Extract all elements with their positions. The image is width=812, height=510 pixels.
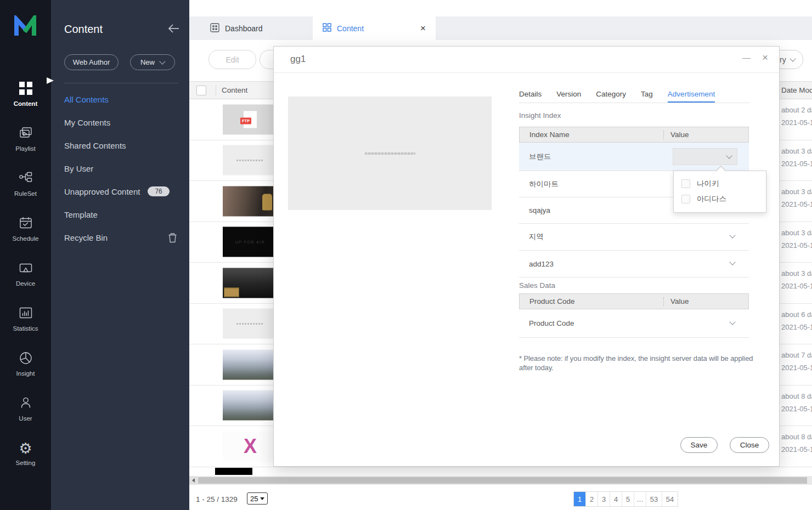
value-select[interactable] xyxy=(673,148,737,165)
rail-item-device[interactable]: Device xyxy=(0,251,51,296)
rail-item-insight[interactable]: Insight xyxy=(0,341,51,386)
index-name-column: Index Name xyxy=(520,131,663,139)
close-button[interactable]: Close xyxy=(730,437,769,453)
rail-item-setting[interactable]: ⚙ Setting xyxy=(0,431,51,476)
preview-text-smudge xyxy=(365,152,415,155)
rail-items: Content Playlist RuleSet xyxy=(0,71,51,476)
sidebar-item-by-user[interactable]: By User xyxy=(64,157,189,180)
modified-date: 2021-05-17 xyxy=(781,160,812,168)
content-thumbnail-cartoon xyxy=(223,186,278,216)
magicinfo-logo[interactable] xyxy=(13,15,37,36)
rail-item-statistics[interactable]: Statistics xyxy=(0,296,51,341)
horizontal-scrollbar[interactable] xyxy=(189,476,812,485)
nav-label: Recycle Bin xyxy=(64,233,108,242)
page-size-select[interactable]: 25 xyxy=(247,492,268,505)
modified-date: 2021-05-13 xyxy=(781,364,812,372)
option-nike[interactable]: 나이키 xyxy=(674,176,766,191)
index-name: 하이마트 xyxy=(529,179,559,189)
cartoon-character xyxy=(262,194,272,210)
rail-item-label: Statistics xyxy=(13,325,38,332)
index-row-add123[interactable]: add123 xyxy=(519,251,749,277)
scrollbar-thumb[interactable] xyxy=(198,477,807,484)
table-header: Index Name Value xyxy=(519,127,749,143)
playlist-icon xyxy=(19,126,33,141)
rail-item-playlist[interactable]: Playlist xyxy=(0,116,51,161)
rail-item-content[interactable]: Content xyxy=(0,71,51,116)
page-button-2[interactable]: 2 xyxy=(586,492,598,506)
page-button-5[interactable]: 5 xyxy=(622,492,634,506)
option-adidas[interactable]: 아디다스 xyxy=(674,191,766,207)
tab-dashboard[interactable]: Dashboard xyxy=(202,16,320,40)
page-button-1[interactable]: 1 xyxy=(574,492,586,506)
page-button-3[interactable]: 3 xyxy=(598,492,610,506)
new-button[interactable]: New xyxy=(130,54,175,70)
close-icon[interactable]: × xyxy=(420,24,426,33)
rail-item-schedule[interactable]: Schedule xyxy=(0,206,51,251)
trash-icon[interactable] xyxy=(168,233,177,243)
tab-advertisement[interactable]: Advertisement xyxy=(668,86,715,103)
rail-item-ruleset[interactable]: RuleSet xyxy=(0,161,51,206)
index-name: add123 xyxy=(529,260,554,268)
icon-rail: Content Playlist RuleSet xyxy=(0,0,51,510)
modal-title: gg1 xyxy=(290,54,306,65)
sidebar-item-all-contents[interactable]: All Contents xyxy=(64,88,189,111)
rail-item-label: User xyxy=(19,415,32,422)
page-button-53[interactable]: 53 xyxy=(646,492,662,506)
modified-relative: about 3 day xyxy=(781,188,812,196)
web-author-label: Web Author xyxy=(73,58,110,66)
modified-date: 2021-05-17 xyxy=(781,200,812,208)
close-icon[interactable]: × xyxy=(762,52,768,64)
rail-item-user[interactable]: User xyxy=(0,386,51,431)
chevron-down-icon[interactable] xyxy=(729,259,735,265)
nav-label: Shared Contents xyxy=(64,141,126,150)
partial-thumbnail xyxy=(215,468,252,475)
date-modified-column-header: Date Modif xyxy=(781,86,812,94)
edit-button[interactable]: Edit xyxy=(208,50,256,69)
tab-label: Content xyxy=(337,24,364,33)
index-row-region[interactable]: 지역 xyxy=(519,224,749,251)
ruleset-icon xyxy=(19,171,33,186)
sidebar-item-shared-contents[interactable]: Shared Contents xyxy=(64,134,189,157)
select-arrow-icon xyxy=(260,497,264,500)
sales-row-product-code[interactable]: Product Code xyxy=(519,309,749,338)
minimize-icon[interactable]: — xyxy=(742,53,751,62)
sidebar-item-recycle-bin[interactable]: Recycle Bin xyxy=(64,226,189,249)
web-author-button[interactable]: Web Author xyxy=(64,54,119,70)
index-row-brand[interactable]: 브랜드 xyxy=(519,143,749,171)
modified-date: 2021-05-12 xyxy=(781,445,812,454)
save-button[interactable]: Save xyxy=(680,437,718,453)
schedule-icon xyxy=(19,216,33,231)
sidebar-item-unapproved-content[interactable]: Unapproved Content 76 xyxy=(64,180,189,203)
checkbox[interactable] xyxy=(681,179,690,188)
collapse-arrow-icon[interactable] xyxy=(167,23,179,34)
page-button-54[interactable]: 54 xyxy=(662,492,678,506)
sidebar-item-template[interactable]: Template xyxy=(64,203,189,226)
tab-tag[interactable]: Tag xyxy=(641,86,653,103)
checkbox[interactable] xyxy=(681,195,690,203)
sales-data-heading: Sales Data xyxy=(519,281,555,290)
tab-label: Dashboard xyxy=(225,24,263,33)
modified-relative: about 7 day xyxy=(781,351,812,359)
tab-details[interactable]: Details xyxy=(519,86,542,103)
index-name: sqajya xyxy=(529,206,550,214)
device-icon xyxy=(19,261,33,276)
modified-date: 2021-05-14 xyxy=(781,323,812,331)
page-button-4[interactable]: 4 xyxy=(610,492,622,506)
divider xyxy=(64,83,178,83)
scroll-left-arrow[interactable] xyxy=(189,476,198,485)
page-ellipsis[interactable]: … xyxy=(634,492,646,506)
tab-category[interactable]: Category xyxy=(596,86,626,103)
sidebar-item-my-contents[interactable]: My Contents xyxy=(64,111,189,134)
chevron-down-icon[interactable] xyxy=(729,319,735,325)
table-row-partial[interactable] xyxy=(189,467,812,476)
value-column: Value xyxy=(664,131,689,139)
select-all-checkbox[interactable] xyxy=(196,86,206,95)
nav-label: Template xyxy=(64,210,98,219)
nav-label: Unapproved Content xyxy=(64,187,140,196)
content-thumbnail-dark-video: Up For Air xyxy=(223,227,278,257)
page-size-value: 25 xyxy=(250,495,258,503)
nav-label: My Contents xyxy=(64,118,110,127)
tab-content[interactable]: Content × xyxy=(313,16,436,40)
tab-version[interactable]: Version xyxy=(556,86,581,103)
chevron-down-icon[interactable] xyxy=(729,232,735,238)
